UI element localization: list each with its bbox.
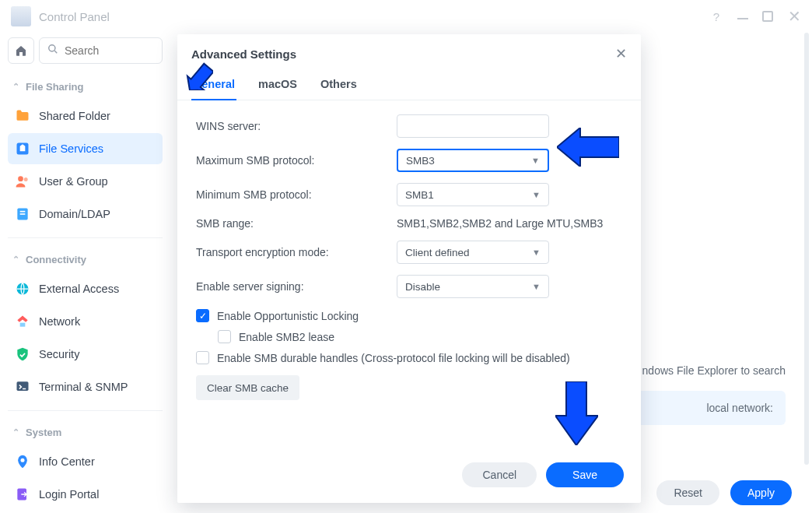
minimize-icon[interactable] — [737, 18, 748, 19]
sidebar-item-external-access[interactable]: External Access — [8, 273, 163, 304]
tab-others[interactable]: Others — [319, 70, 359, 100]
search-icon — [47, 44, 58, 58]
scrollbar[interactable] — [804, 33, 809, 465]
section-file-sharing[interactable]: ⌃File Sharing — [8, 73, 163, 99]
sidebar: ⌃File Sharing Shared Folder File Service… — [0, 33, 170, 513]
checkbox-checked-icon: ✓ — [196, 309, 209, 322]
app-icon — [11, 6, 31, 26]
chevron-down-icon: ▼ — [532, 282, 541, 291]
info-icon — [14, 453, 31, 470]
svg-rect-8 — [20, 323, 26, 327]
section-connectivity[interactable]: ⌃Connectivity — [8, 246, 163, 272]
search-input[interactable] — [65, 44, 154, 57]
smb-range-label: SMB range: — [196, 217, 397, 230]
login-icon — [14, 486, 31, 503]
annotation-arrow — [555, 381, 598, 445]
signing-label: Enable server signing: — [196, 280, 397, 293]
annotation-arrow — [179, 56, 213, 90]
file-services-icon — [14, 140, 31, 157]
home-button[interactable] — [8, 37, 34, 64]
sidebar-item-login-portal[interactable]: Login Portal — [8, 479, 163, 510]
min-smb-select[interactable]: SMB1▼ — [397, 183, 549, 206]
reset-button[interactable]: Reset — [656, 480, 719, 505]
durable-handles-checkbox-row[interactable]: Enable SMB durable handles (Cross-protoc… — [196, 351, 622, 364]
shield-icon — [14, 346, 31, 363]
max-smb-select[interactable]: SMB3▼ — [397, 149, 549, 172]
sidebar-item-security[interactable]: Security — [8, 339, 163, 370]
chevron-up-icon: ⌃ — [12, 427, 19, 437]
net-label: local network: — [706, 402, 773, 414]
checkbox-unchecked-icon — [196, 351, 209, 364]
svg-marker-14 — [181, 61, 213, 90]
folder-icon — [14, 107, 31, 125]
svg-point-2 — [18, 176, 23, 181]
globe-icon — [14, 280, 31, 297]
domain-icon — [14, 206, 31, 223]
sidebar-item-terminal-snmp[interactable]: Terminal & SNMP — [8, 371, 163, 402]
help-icon[interactable]: ? — [709, 9, 723, 23]
sidebar-item-shared-folder[interactable]: Shared Folder — [8, 100, 163, 132]
terminal-icon — [14, 378, 31, 395]
cancel-button[interactable]: Cancel — [462, 462, 537, 487]
dialog-tabs: General macOS Others — [177, 70, 641, 100]
signing-select[interactable]: Disable▼ — [397, 275, 549, 298]
title-bar: Control Panel ? ✕ — [0, 0, 812, 33]
home-icon — [15, 44, 27, 57]
wins-label: WINS server: — [196, 120, 397, 132]
save-button[interactable]: Save — [546, 462, 624, 487]
sidebar-item-user-group[interactable]: User & Group — [8, 166, 163, 197]
svg-marker-16 — [555, 381, 598, 445]
svg-point-3 — [24, 177, 28, 181]
close-icon[interactable]: ✕ — [615, 45, 627, 62]
sidebar-item-info-center[interactable]: Info Center — [8, 446, 163, 477]
checkbox-unchecked-icon — [218, 330, 231, 343]
transport-label: Transport encryption mode: — [196, 246, 397, 258]
svg-point-10 — [21, 459, 25, 462]
svg-marker-15 — [557, 128, 619, 167]
search-input-wrap[interactable] — [39, 37, 163, 64]
chevron-down-icon: ▼ — [532, 248, 541, 257]
sidebar-item-network[interactable]: Network — [8, 306, 163, 337]
chevron-down-icon: ▼ — [531, 156, 540, 165]
annotation-arrow — [557, 128, 619, 167]
transport-select[interactable]: Client defined▼ — [397, 241, 549, 264]
maximize-icon[interactable] — [762, 11, 773, 22]
tab-macos[interactable]: macOS — [257, 70, 299, 100]
smb-range-value: SMB1,SMB2,SMB2 and Large MTU,SMB3 — [397, 217, 622, 230]
section-system[interactable]: ⌃System — [8, 419, 163, 444]
apply-button[interactable]: Apply — [730, 480, 792, 505]
chevron-up-icon: ⌃ — [12, 255, 19, 265]
window-title: Control Panel — [39, 10, 110, 23]
max-smb-label: Maximum SMB protocol: — [196, 154, 397, 167]
sidebar-item-domain-ldap[interactable]: Domain/LDAP — [8, 199, 163, 230]
wins-input[interactable] — [397, 114, 549, 138]
chevron-down-icon: ▼ — [532, 190, 541, 199]
smb2-lease-checkbox-row[interactable]: Enable SMB2 lease — [218, 330, 622, 343]
network-icon — [14, 313, 31, 330]
opp-lock-checkbox-row[interactable]: ✓ Enable Opportunistic Locking — [196, 309, 622, 322]
svg-rect-6 — [20, 213, 26, 215]
svg-rect-5 — [20, 211, 26, 213]
close-window-icon[interactable]: ✕ — [787, 9, 801, 23]
clear-smb-cache-button[interactable]: Clear SMB cache — [196, 375, 299, 400]
sidebar-item-file-services[interactable]: File Services — [8, 133, 163, 164]
users-icon — [14, 173, 31, 190]
svg-point-0 — [49, 45, 55, 51]
chevron-up-icon: ⌃ — [12, 82, 19, 92]
min-smb-label: Minimum SMB protocol: — [196, 188, 397, 201]
